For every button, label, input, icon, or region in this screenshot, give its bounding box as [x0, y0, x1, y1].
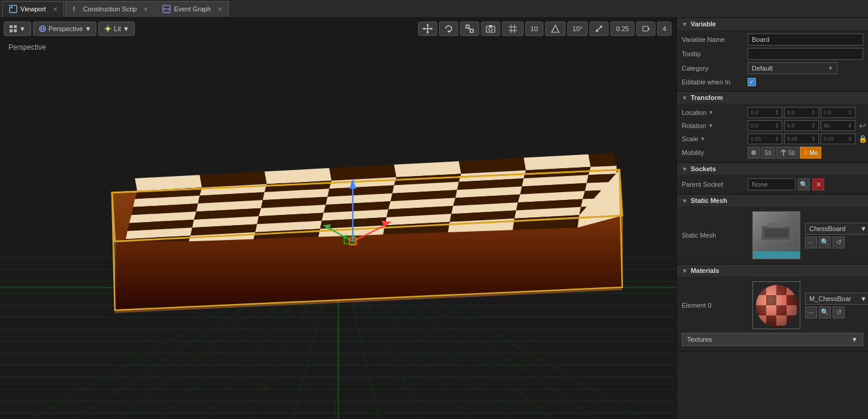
editable-label: Editable when In: [682, 78, 748, 86]
svg-rect-9: [10, 29, 13, 32]
tab-event-graph-close[interactable]: ✕: [217, 6, 222, 13]
location-z-input[interactable]: 0.0 ⇕: [821, 107, 855, 118]
svg-rect-162: [787, 285, 797, 295]
svg-marker-36: [552, 25, 559, 32]
scale-x-input[interactable]: 0.05 ⇕: [748, 133, 782, 144]
tab-event-graph[interactable]: Event Graph ✕: [156, 1, 229, 17]
tab-construction-close[interactable]: ✕: [143, 6, 148, 13]
perspective-label: Perspective: [49, 25, 83, 32]
parent-socket-input[interactable]: None: [748, 178, 796, 190]
scale-tool-button[interactable]: [460, 22, 479, 36]
scale-z-input[interactable]: 0.05 ⇕: [821, 133, 855, 144]
rotation-x-input[interactable]: 0.0 ⇕: [748, 120, 782, 131]
location-row: Location ▼ 0.0 ⇕ 0.0 ⇕ 0.0: [677, 106, 868, 119]
svg-rect-174: [787, 315, 797, 326]
mobility-static-dot-button[interactable]: [748, 147, 760, 159]
editable-row: Editable when In ✓: [677, 75, 868, 89]
location-x-value: 0.0: [751, 110, 758, 116]
socket-clear-button[interactable]: ✕: [812, 178, 824, 190]
socket-search-button[interactable]: 🔍: [798, 178, 810, 190]
variable-name-input[interactable]: Board: [748, 34, 863, 45]
material-search-button[interactable]: 🔍: [819, 306, 831, 318]
textures-dropdown-arrow: ▼: [851, 336, 858, 343]
svg-rect-27: [470, 29, 473, 32]
rotation-z-input[interactable]: 90. ⇕: [821, 120, 855, 131]
angle-button[interactable]: 10°: [567, 22, 588, 36]
camera-num-button[interactable]: 4: [657, 22, 672, 36]
main-area: Perspective ▼: [0, 18, 868, 419]
variable-section-header[interactable]: ▼ Variable: [677, 18, 868, 30]
rotation-reset-button[interactable]: ↩: [859, 121, 866, 130]
snap-button[interactable]: [545, 22, 565, 36]
scale-value-label: 0.25: [616, 25, 628, 32]
lit-button[interactable]: Lit ▼: [98, 22, 135, 36]
static-mesh-section-content: Static Mesh: [677, 207, 868, 264]
tab-close[interactable]: ✕: [53, 6, 58, 13]
viewport-options-button[interactable]: ▼: [4, 22, 31, 36]
location-z-value: 0.0: [824, 110, 831, 116]
right-panel: ▼ Variable Variable Name Board Tooltip: [676, 18, 868, 419]
tooltip-row: Tooltip: [677, 47, 868, 61]
function-icon: f: [72, 5, 80, 13]
location-x-arrows: ⇕: [775, 110, 779, 116]
materials-section-header[interactable]: ▼ Materials: [677, 265, 868, 277]
grid-toggle-button[interactable]: [502, 22, 524, 36]
grid-size-button[interactable]: 10: [525, 22, 543, 36]
scale-y-value: 0.05: [787, 136, 798, 142]
location-y-input[interactable]: 0.0 ⇕: [784, 107, 819, 118]
material-name-dropdown[interactable]: M_ChessBoar ▼: [805, 293, 868, 305]
variable-name-row: Variable Name Board: [677, 32, 868, 47]
scale-y-input[interactable]: 0.05 ⇕: [784, 133, 819, 144]
svg-rect-26: [466, 25, 469, 28]
category-dropdown[interactable]: Default ▼: [748, 62, 837, 74]
mobility-stationary2-label: Sti: [788, 150, 796, 156]
material-name-text: M_ChessBoar: [809, 295, 851, 302]
svg-rect-169: [776, 305, 787, 315]
rotate-tool-button[interactable]: [439, 22, 458, 36]
camera-speed-button[interactable]: [636, 22, 655, 36]
rotation-x-value: 0.0: [751, 123, 758, 129]
mobility-stationary-button[interactable]: Sti: [761, 147, 775, 159]
sockets-section-header[interactable]: ▼ Sockets: [677, 163, 868, 175]
mobility-stationary2-button[interactable]: Sti: [776, 147, 799, 159]
mobility-movable-label: Mo: [809, 150, 818, 156]
scale-value-button[interactable]: 0.25: [610, 22, 634, 36]
materials-collapse-arrow: ▼: [682, 268, 688, 274]
scale-button[interactable]: [589, 22, 609, 36]
scale-lock-icon[interactable]: 🔒: [858, 135, 867, 143]
static-mesh-label: Static Mesh: [682, 232, 748, 239]
tab-construction-label: Construction Scrip: [83, 5, 137, 13]
tab-viewport[interactable]: Viewport ✕: [2, 1, 64, 17]
mesh-navigate-button[interactable]: ←: [805, 236, 817, 248]
lit-label: Lit: [114, 25, 121, 32]
material-navigate-button[interactable]: ←: [805, 306, 817, 318]
svg-rect-0: [10, 5, 17, 13]
chess-board-svg: [0, 18, 676, 419]
camera-button[interactable]: [481, 22, 500, 36]
perspective-button[interactable]: Perspective ▼: [33, 22, 96, 36]
rotation-y-value: 0.0: [787, 123, 795, 129]
mesh-name-dropdown[interactable]: ChessBoard ▼: [805, 223, 868, 235]
static-mesh-section-header[interactable]: ▼ Static Mesh: [677, 195, 868, 207]
textures-dropdown[interactable]: Textures ▼: [682, 333, 863, 346]
material-reset-button[interactable]: ↺: [833, 306, 845, 318]
scale-icon: [464, 23, 475, 34]
scale-z-value: 0.05: [824, 136, 834, 142]
mesh-reset-button[interactable]: ↺: [833, 236, 845, 248]
static-mesh-section-title: Static Mesh: [691, 197, 727, 204]
viewport-icon: [9, 5, 17, 13]
angle-label: 10°: [573, 25, 583, 32]
svg-rect-1: [11, 7, 13, 8]
translate-tool-button[interactable]: [418, 22, 437, 36]
svg-rect-40: [643, 26, 648, 31]
rotation-label: Rotation: [682, 122, 706, 129]
mesh-search-button[interactable]: 🔍: [819, 236, 831, 248]
mobility-movable-button[interactable]: Mo: [800, 147, 821, 159]
tooltip-input[interactable]: [748, 48, 863, 60]
location-x-input[interactable]: 0.0 ⇕: [748, 107, 782, 118]
editable-checkbox[interactable]: ✓: [748, 78, 756, 86]
perspective-icon: [38, 25, 47, 33]
tab-construction[interactable]: f Construction Scrip ✕: [65, 1, 155, 17]
rotation-y-input[interactable]: 0.0 ⇕: [784, 120, 819, 131]
transform-section-header[interactable]: ▼ Transform: [677, 92, 868, 104]
